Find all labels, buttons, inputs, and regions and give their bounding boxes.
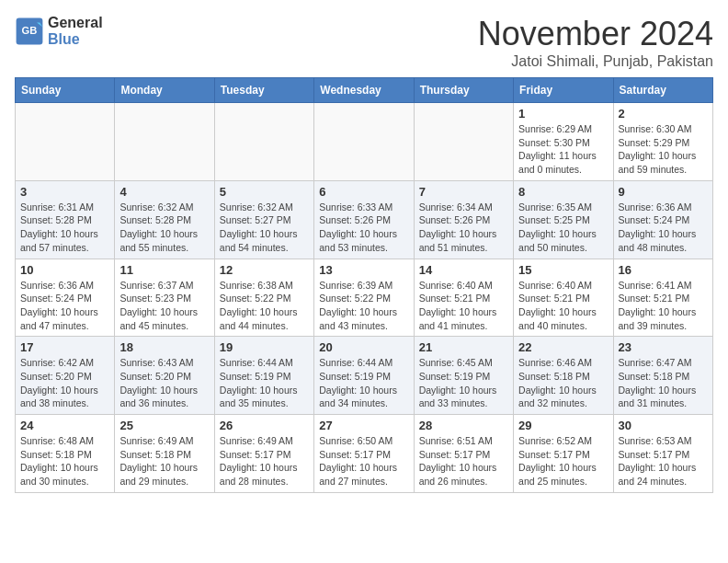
- calendar-cell: 14Sunrise: 6:40 AM Sunset: 5:21 PM Dayli…: [414, 259, 513, 337]
- logo-line2: Blue: [48, 31, 103, 48]
- calendar-cell: [16, 103, 115, 181]
- col-header-tuesday: Tuesday: [214, 78, 313, 103]
- calendar-cell: 30Sunrise: 6:53 AM Sunset: 5:17 PM Dayli…: [613, 415, 712, 493]
- calendar-cell: 8Sunrise: 6:35 AM Sunset: 5:25 PM Daylig…: [514, 180, 613, 259]
- logo-line1: General: [48, 15, 103, 31]
- day-number: 17: [20, 340, 109, 354]
- calendar-cell: [414, 103, 513, 181]
- calendar-cell: 15Sunrise: 6:40 AM Sunset: 5:21 PM Dayli…: [514, 259, 613, 337]
- calendar-cell: 9Sunrise: 6:36 AM Sunset: 5:24 PM Daylig…: [613, 180, 712, 259]
- calendar-cell: 1Sunrise: 6:29 AM Sunset: 5:30 PM Daylig…: [514, 103, 613, 181]
- day-number: 22: [518, 340, 608, 354]
- day-number: 21: [419, 340, 508, 354]
- logo: GB General Blue: [15, 15, 103, 47]
- page-header: GB General Blue November 2024 Jatoi Shim…: [15, 15, 713, 70]
- title-section: November 2024 Jatoi Shimali, Punjab, Pak…: [478, 15, 713, 70]
- calendar-cell: 20Sunrise: 6:44 AM Sunset: 5:19 PM Dayli…: [314, 337, 414, 415]
- day-info: Sunrise: 6:32 AM Sunset: 5:28 PM Dayligh…: [119, 201, 209, 255]
- day-info: Sunrise: 6:39 AM Sunset: 5:22 PM Dayligh…: [319, 279, 408, 333]
- calendar-cell: 13Sunrise: 6:39 AM Sunset: 5:22 PM Dayli…: [314, 259, 414, 337]
- day-info: Sunrise: 6:37 AM Sunset: 5:23 PM Dayligh…: [119, 279, 209, 333]
- day-number: 14: [419, 263, 508, 277]
- col-header-wednesday: Wednesday: [314, 78, 414, 103]
- calendar-cell: 7Sunrise: 6:34 AM Sunset: 5:26 PM Daylig…: [414, 180, 513, 259]
- day-number: 1: [518, 107, 608, 121]
- day-info: Sunrise: 6:36 AM Sunset: 5:24 PM Dayligh…: [20, 279, 109, 333]
- day-info: Sunrise: 6:52 AM Sunset: 5:17 PM Dayligh…: [518, 434, 608, 488]
- logo-icon: GB: [15, 17, 44, 46]
- day-info: Sunrise: 6:33 AM Sunset: 5:26 PM Dayligh…: [319, 201, 408, 255]
- day-info: Sunrise: 6:36 AM Sunset: 5:24 PM Dayligh…: [619, 201, 708, 255]
- day-info: Sunrise: 6:34 AM Sunset: 5:26 PM Dayligh…: [419, 201, 508, 255]
- day-number: 9: [619, 185, 708, 199]
- day-number: 2: [619, 107, 708, 121]
- calendar-cell: 26Sunrise: 6:49 AM Sunset: 5:17 PM Dayli…: [214, 415, 313, 493]
- calendar-cell: [314, 103, 414, 181]
- calendar-cell: [214, 103, 313, 181]
- day-info: Sunrise: 6:49 AM Sunset: 5:17 PM Dayligh…: [220, 434, 309, 488]
- location-title: Jatoi Shimali, Punjab, Pakistan: [478, 53, 713, 70]
- col-header-saturday: Saturday: [613, 78, 712, 103]
- calendar-cell: 16Sunrise: 6:41 AM Sunset: 5:21 PM Dayli…: [613, 259, 712, 337]
- calendar-cell: [115, 103, 214, 181]
- day-info: Sunrise: 6:48 AM Sunset: 5:18 PM Dayligh…: [20, 434, 109, 488]
- day-number: 12: [220, 263, 309, 277]
- day-info: Sunrise: 6:40 AM Sunset: 5:21 PM Dayligh…: [419, 279, 508, 333]
- day-number: 11: [119, 263, 209, 277]
- col-header-monday: Monday: [115, 78, 214, 103]
- svg-text:GB: GB: [22, 25, 38, 36]
- calendar-cell: 27Sunrise: 6:50 AM Sunset: 5:17 PM Dayli…: [314, 415, 414, 493]
- calendar-cell: 21Sunrise: 6:45 AM Sunset: 5:19 PM Dayli…: [414, 337, 513, 415]
- calendar-cell: 22Sunrise: 6:46 AM Sunset: 5:18 PM Dayli…: [514, 337, 613, 415]
- calendar-cell: 12Sunrise: 6:38 AM Sunset: 5:22 PM Dayli…: [214, 259, 313, 337]
- calendar-body: 1Sunrise: 6:29 AM Sunset: 5:30 PM Daylig…: [16, 103, 713, 493]
- calendar-cell: 17Sunrise: 6:42 AM Sunset: 5:20 PM Dayli…: [16, 337, 115, 415]
- calendar-week-2: 3Sunrise: 6:31 AM Sunset: 5:28 PM Daylig…: [16, 180, 713, 259]
- day-number: 25: [119, 419, 209, 432]
- calendar-cell: 18Sunrise: 6:43 AM Sunset: 5:20 PM Dayli…: [115, 337, 214, 415]
- calendar-cell: 3Sunrise: 6:31 AM Sunset: 5:28 PM Daylig…: [16, 180, 115, 259]
- day-number: 23: [619, 340, 708, 354]
- day-number: 29: [518, 419, 608, 432]
- col-header-thursday: Thursday: [414, 78, 513, 103]
- day-info: Sunrise: 6:38 AM Sunset: 5:22 PM Dayligh…: [220, 279, 309, 333]
- day-number: 16: [619, 263, 708, 277]
- calendar-cell: 2Sunrise: 6:30 AM Sunset: 5:29 PM Daylig…: [613, 103, 712, 181]
- day-info: Sunrise: 6:45 AM Sunset: 5:19 PM Dayligh…: [419, 356, 508, 410]
- calendar-cell: 4Sunrise: 6:32 AM Sunset: 5:28 PM Daylig…: [115, 180, 214, 259]
- day-number: 28: [419, 419, 508, 432]
- calendar-week-3: 10Sunrise: 6:36 AM Sunset: 5:24 PM Dayli…: [16, 259, 713, 337]
- day-info: Sunrise: 6:30 AM Sunset: 5:29 PM Dayligh…: [619, 122, 708, 177]
- day-number: 7: [419, 185, 508, 199]
- day-info: Sunrise: 6:43 AM Sunset: 5:20 PM Dayligh…: [119, 356, 209, 410]
- day-number: 3: [20, 185, 109, 199]
- day-number: 5: [220, 185, 309, 199]
- day-info: Sunrise: 6:47 AM Sunset: 5:18 PM Dayligh…: [619, 356, 708, 410]
- day-info: Sunrise: 6:35 AM Sunset: 5:25 PM Dayligh…: [518, 201, 608, 255]
- day-number: 27: [319, 419, 408, 432]
- calendar-cell: 25Sunrise: 6:49 AM Sunset: 5:18 PM Dayli…: [115, 415, 214, 493]
- day-info: Sunrise: 6:50 AM Sunset: 5:17 PM Dayligh…: [319, 434, 408, 488]
- day-number: 20: [319, 340, 408, 354]
- day-number: 19: [220, 340, 309, 354]
- calendar-cell: 6Sunrise: 6:33 AM Sunset: 5:26 PM Daylig…: [314, 180, 414, 259]
- col-header-friday: Friday: [514, 78, 613, 103]
- day-number: 10: [20, 263, 109, 277]
- day-info: Sunrise: 6:42 AM Sunset: 5:20 PM Dayligh…: [20, 356, 109, 410]
- day-number: 18: [119, 340, 209, 354]
- month-title: November 2024: [478, 15, 713, 53]
- calendar-week-1: 1Sunrise: 6:29 AM Sunset: 5:30 PM Daylig…: [16, 103, 713, 181]
- calendar-cell: 10Sunrise: 6:36 AM Sunset: 5:24 PM Dayli…: [16, 259, 115, 337]
- calendar-cell: 23Sunrise: 6:47 AM Sunset: 5:18 PM Dayli…: [613, 337, 712, 415]
- day-number: 4: [119, 185, 209, 199]
- day-number: 8: [518, 185, 608, 199]
- calendar-cell: 11Sunrise: 6:37 AM Sunset: 5:23 PM Dayli…: [115, 259, 214, 337]
- day-number: 26: [220, 419, 309, 432]
- day-number: 24: [20, 419, 109, 432]
- calendar-header-row: SundayMondayTuesdayWednesdayThursdayFrid…: [16, 78, 713, 103]
- day-info: Sunrise: 6:49 AM Sunset: 5:18 PM Dayligh…: [119, 434, 209, 488]
- day-info: Sunrise: 6:53 AM Sunset: 5:17 PM Dayligh…: [619, 434, 708, 488]
- col-header-sunday: Sunday: [16, 78, 115, 103]
- calendar-cell: 19Sunrise: 6:44 AM Sunset: 5:19 PM Dayli…: [214, 337, 313, 415]
- day-info: Sunrise: 6:44 AM Sunset: 5:19 PM Dayligh…: [319, 356, 408, 410]
